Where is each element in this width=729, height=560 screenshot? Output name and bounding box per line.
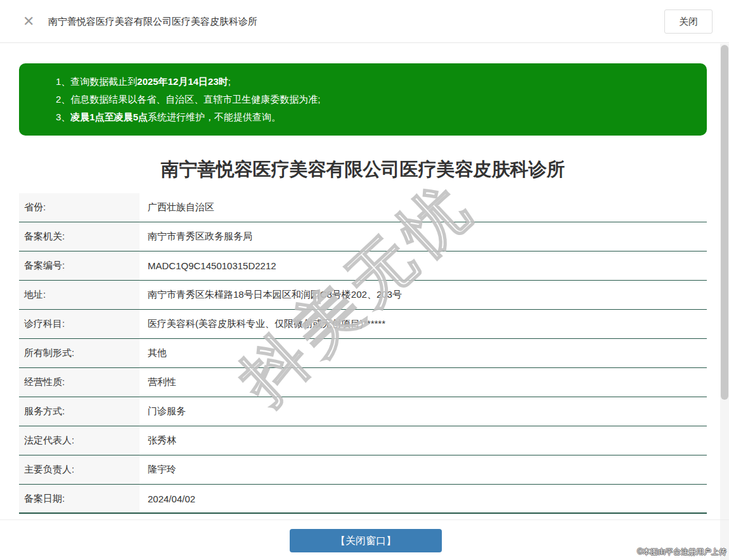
- window-titlebar: ✕ 南宁善悦容医疗美容有限公司医疗美容皮肤科诊所 关闭: [0, 0, 729, 43]
- table-row: 地址: 南宁市青秀区朱槿路18号日本园区和润园C8号楼202、203号: [19, 281, 707, 310]
- row-value: 隆宇玲: [139, 455, 707, 484]
- scrollbar-thumb[interactable]: [721, 45, 728, 400]
- page-title: 南宁善悦容医疗美容有限公司医疗美容皮肤科诊所: [19, 157, 707, 182]
- row-value: 其他: [139, 339, 707, 367]
- row-value: 2024/04/02: [139, 485, 707, 512]
- table-row: 诊疗科目: 医疗美容科(美容皮肤科专业、仅限微创或无创项目)******: [19, 310, 707, 339]
- row-value: 张秀林: [139, 426, 707, 455]
- scrollbar-track[interactable]: [720, 44, 729, 560]
- row-label: 经营性质:: [19, 368, 139, 397]
- table-row: 备案机关: 南宁市青秀区政务服务局: [19, 222, 707, 251]
- record-table: 省份: 广西壮族自治区 备案机关: 南宁市青秀区政务服务局 备案编号: MADC…: [19, 193, 707, 514]
- row-value: 南宁市青秀区朱槿路18号日本园区和润园C8号楼202、203号: [139, 281, 707, 309]
- row-value: 广西壮族自治区: [139, 193, 707, 222]
- row-label: 法定代表人:: [19, 426, 139, 455]
- table-row: 主要负责人: 隆宇玲: [19, 455, 707, 485]
- footer-divider: [0, 519, 729, 520]
- row-label: 备案编号:: [19, 251, 139, 280]
- table-row: 备案日期: 2024/04/02: [19, 485, 707, 514]
- row-label: 所有制形式:: [19, 339, 139, 367]
- notice-line: 1、查询数据截止到2025年12月14日23时;: [56, 73, 694, 91]
- window-title: 南宁善悦容医疗美容有限公司医疗美容皮肤科诊所: [48, 16, 257, 28]
- row-label: 备案日期:: [19, 485, 139, 512]
- page-content: 1、查询数据截止到2025年12月14日23时; 2、信息数据结果以各省、自治区…: [19, 44, 707, 514]
- row-label: 地址:: [19, 281, 139, 309]
- table-row: 省份: 广西壮族自治区: [19, 193, 707, 222]
- close-window-button[interactable]: 【关闭窗口】: [290, 529, 442, 552]
- row-label: 备案机关:: [19, 222, 139, 251]
- upload-credit-watermark: ©本图由平台注册用户上传: [637, 547, 726, 557]
- close-x-icon[interactable]: ✕: [23, 14, 34, 29]
- notice-banner: 1、查询数据截止到2025年12月14日23时; 2、信息数据结果以各省、自治区…: [19, 63, 707, 136]
- table-row: 备案编号: MADC1Q9C145010315D2212: [19, 251, 707, 281]
- row-label: 省份:: [19, 193, 139, 222]
- table-row: 所有制形式: 其他: [19, 339, 707, 368]
- row-value: 营利性: [139, 368, 707, 397]
- close-button[interactable]: 关闭: [664, 10, 713, 34]
- row-value: 门诊服务: [139, 397, 707, 426]
- table-row: 经营性质: 营利性: [19, 368, 707, 397]
- row-label: 服务方式:: [19, 397, 139, 426]
- row-value: 医疗美容科(美容皮肤科专业、仅限微创或无创项目)******: [139, 310, 707, 338]
- notice-line: 2、信息数据结果以各省、自治区、直辖市卫生健康委数据为准;: [56, 91, 694, 108]
- table-row: 服务方式: 门诊服务: [19, 397, 707, 426]
- row-value: 南宁市青秀区政务服务局: [139, 222, 707, 251]
- notice-line: 3、凌晨1点至凌晨5点系统进行维护，不能提供查询。: [56, 108, 694, 126]
- row-value: MADC1Q9C145010315D2212: [139, 251, 707, 280]
- row-label: 主要负责人:: [19, 455, 139, 484]
- table-row: 法定代表人: 张秀林: [19, 426, 707, 455]
- row-label: 诊疗科目:: [19, 310, 139, 338]
